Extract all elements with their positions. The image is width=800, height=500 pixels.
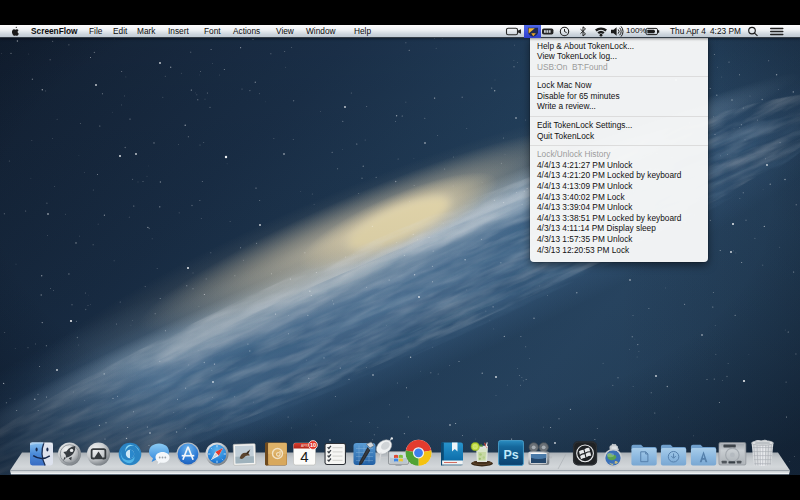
svg-text:4: 4 (300, 448, 308, 465)
svg-text:Ps: Ps (503, 448, 518, 462)
svg-text:10: 10 (310, 442, 316, 448)
